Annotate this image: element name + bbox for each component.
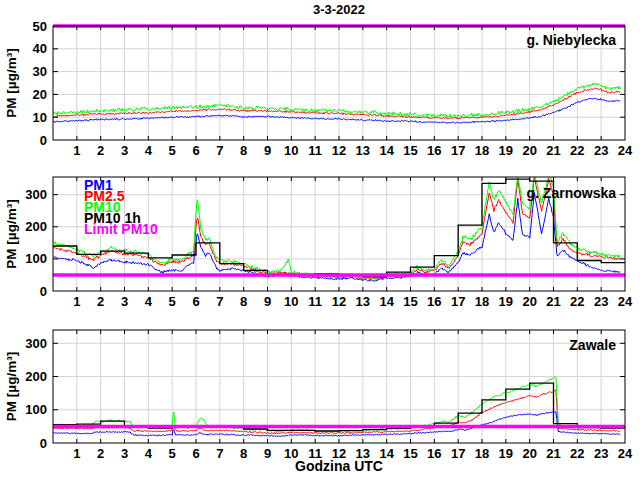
y-axis-label: PM [µg/m³] bbox=[4, 199, 19, 268]
y-tick-labels: 0100200300 bbox=[25, 187, 47, 298]
svg-text:1: 1 bbox=[73, 294, 80, 309]
svg-text:8: 8 bbox=[240, 143, 247, 158]
y-axis-label: PM [µg/m³] bbox=[4, 352, 19, 421]
chart-container: 1234567891011121314151617181920212223240… bbox=[0, 0, 640, 480]
svg-text:17: 17 bbox=[451, 143, 465, 158]
svg-text:12: 12 bbox=[332, 294, 346, 309]
svg-text:5: 5 bbox=[169, 294, 176, 309]
x-tick-labels: 123456789101112131415161718192021222324 bbox=[73, 294, 633, 309]
svg-text:18: 18 bbox=[475, 143, 489, 158]
svg-text:12: 12 bbox=[332, 143, 346, 158]
svg-text:24: 24 bbox=[618, 143, 633, 158]
chart-canvas: 1234567891011121314151617181920212223240… bbox=[0, 0, 640, 480]
svg-text:20: 20 bbox=[522, 294, 536, 309]
series-pm10 bbox=[53, 377, 620, 432]
svg-text:22: 22 bbox=[570, 143, 584, 158]
svg-text:200: 200 bbox=[25, 369, 47, 384]
svg-text:2: 2 bbox=[97, 143, 104, 158]
svg-text:4: 4 bbox=[145, 294, 153, 309]
svg-text:30: 30 bbox=[33, 64, 47, 79]
svg-text:23: 23 bbox=[594, 294, 608, 309]
svg-text:21: 21 bbox=[546, 294, 560, 309]
svg-text:0: 0 bbox=[40, 284, 47, 299]
svg-text:4: 4 bbox=[145, 143, 153, 158]
series-pm25 bbox=[53, 88, 620, 119]
svg-text:2: 2 bbox=[97, 294, 104, 309]
x-axis-label: Godzina UTC bbox=[53, 458, 625, 474]
station-label-zarnowska: g. Zarnowska bbox=[527, 185, 616, 201]
svg-text:21: 21 bbox=[546, 143, 560, 158]
svg-text:18: 18 bbox=[475, 294, 489, 309]
svg-text:7: 7 bbox=[216, 143, 223, 158]
svg-text:0: 0 bbox=[40, 133, 47, 148]
svg-text:1: 1 bbox=[73, 143, 80, 158]
svg-text:5: 5 bbox=[169, 143, 176, 158]
svg-text:9: 9 bbox=[264, 143, 271, 158]
svg-text:300: 300 bbox=[25, 336, 47, 351]
svg-text:19: 19 bbox=[499, 294, 513, 309]
svg-text:11: 11 bbox=[308, 143, 322, 158]
series-pm1 bbox=[53, 412, 620, 437]
svg-text:8: 8 bbox=[240, 294, 247, 309]
svg-text:17: 17 bbox=[451, 294, 465, 309]
svg-text:13: 13 bbox=[356, 294, 370, 309]
x-tick-labels: 123456789101112131415161718192021222324 bbox=[73, 143, 633, 158]
svg-text:0: 0 bbox=[40, 436, 47, 451]
svg-text:15: 15 bbox=[403, 143, 417, 158]
svg-text:300: 300 bbox=[25, 187, 47, 202]
svg-text:50: 50 bbox=[33, 19, 47, 34]
svg-text:11: 11 bbox=[308, 294, 322, 309]
svg-text:100: 100 bbox=[25, 402, 47, 417]
station-label-niebylecka: g. Niebylecka bbox=[527, 32, 617, 48]
svg-text:10: 10 bbox=[284, 294, 298, 309]
svg-text:22: 22 bbox=[570, 294, 584, 309]
svg-text:6: 6 bbox=[192, 294, 199, 309]
svg-text:10: 10 bbox=[33, 110, 47, 125]
legend-item-limit-pm10: Limit PM10 bbox=[84, 224, 158, 235]
svg-text:3: 3 bbox=[121, 143, 128, 158]
svg-text:14: 14 bbox=[379, 294, 394, 309]
y-tick-labels: 0100200300 bbox=[25, 336, 47, 451]
legend: PM1PM2.5PM10PM10 1hLimit PM10 bbox=[84, 180, 158, 235]
svg-text:9: 9 bbox=[264, 294, 271, 309]
chart-title: 3-3-2022 bbox=[53, 2, 625, 17]
svg-text:20: 20 bbox=[522, 143, 536, 158]
svg-text:7: 7 bbox=[216, 294, 223, 309]
svg-text:16: 16 bbox=[427, 294, 441, 309]
svg-text:10: 10 bbox=[284, 143, 298, 158]
svg-text:20: 20 bbox=[33, 87, 47, 102]
svg-text:15: 15 bbox=[403, 294, 417, 309]
svg-text:19: 19 bbox=[499, 143, 513, 158]
svg-text:40: 40 bbox=[33, 41, 47, 56]
svg-text:13: 13 bbox=[356, 143, 370, 158]
svg-text:200: 200 bbox=[25, 219, 47, 234]
svg-text:16: 16 bbox=[427, 143, 441, 158]
svg-text:23: 23 bbox=[594, 143, 608, 158]
svg-text:24: 24 bbox=[618, 294, 633, 309]
station-label-zawale: Zawale bbox=[569, 337, 616, 353]
svg-text:6: 6 bbox=[192, 143, 199, 158]
y-axis-label: PM [µg/m³] bbox=[4, 48, 19, 117]
panel-3: 1234567891011121314151617181920212223240… bbox=[4, 330, 633, 461]
svg-text:3: 3 bbox=[121, 294, 128, 309]
y-tick-labels: 01020304050 bbox=[33, 19, 47, 148]
svg-text:14: 14 bbox=[379, 143, 394, 158]
svg-text:100: 100 bbox=[25, 251, 47, 266]
